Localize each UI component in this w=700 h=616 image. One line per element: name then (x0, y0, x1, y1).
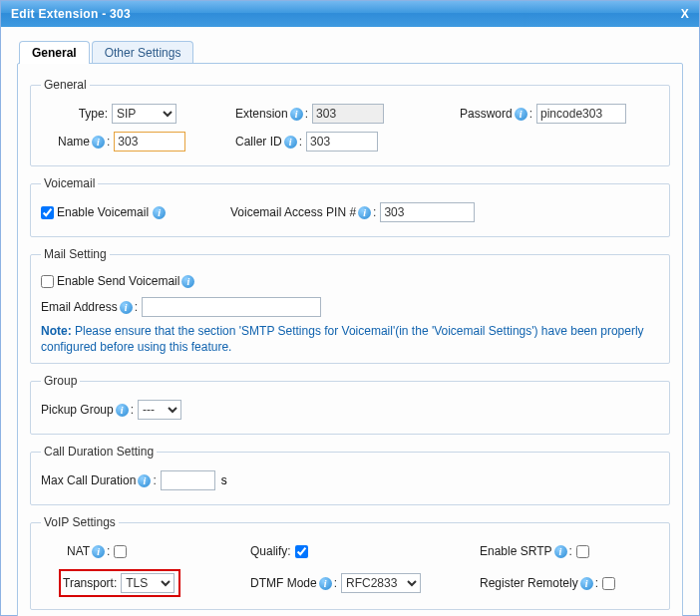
tab-strip: General Other Settings (19, 41, 683, 64)
enable-send-voicemail-checkbox[interactable] (41, 275, 54, 288)
edit-extension-window: Edit Extension - 303 X General Other Set… (0, 0, 700, 616)
fieldset-voip: VoIP Settings NAT i: Qualify: Enable SRT… (30, 515, 670, 610)
callerid-field[interactable] (306, 132, 378, 152)
extension-label: Extension (235, 107, 288, 121)
info-icon[interactable]: i (92, 136, 105, 149)
transport-highlight: Transport: TLS (59, 569, 180, 597)
info-icon[interactable]: i (515, 108, 527, 121)
name-label: Name (41, 135, 90, 149)
fieldset-mail: Mail Setting Enable Send Voicemail i Ema… (30, 247, 670, 364)
transport-select[interactable]: TLS (121, 573, 175, 593)
type-label: Type: (41, 107, 108, 121)
legend-call-duration: Call Duration Setting (41, 445, 157, 459)
info-icon[interactable]: i (358, 206, 371, 219)
qualify-checkbox[interactable] (295, 545, 308, 558)
vm-pin-label: Voicemail Access PIN # (230, 205, 356, 219)
close-icon[interactable]: X (681, 1, 689, 27)
tab-panel: General Type: SIP Extension i: Pass (17, 63, 683, 616)
type-select[interactable]: SIP (112, 104, 176, 124)
qualify-label: Qualify: (250, 544, 291, 558)
enable-voicemail-label: Enable Voicemail (57, 205, 149, 219)
dtmf-label: DTMF Mode (250, 576, 317, 590)
enable-voicemail-checkbox[interactable] (41, 206, 54, 219)
tab-general[interactable]: General (19, 41, 90, 64)
info-icon[interactable]: i (138, 474, 151, 487)
extension-field (312, 104, 384, 124)
max-call-duration-unit: s (221, 473, 227, 487)
srtp-label: Enable SRTP (480, 544, 552, 558)
nat-label: NAT (67, 544, 90, 558)
dtmf-select[interactable]: RFC2833 (341, 573, 421, 593)
info-icon[interactable]: i (554, 545, 567, 558)
fieldset-call-duration: Call Duration Setting Max Call Duration … (30, 445, 670, 505)
note-text: Please ensure that the section 'SMTP Set… (41, 324, 644, 354)
email-field[interactable] (142, 297, 321, 317)
email-label: Email Address (41, 300, 118, 314)
register-remotely-checkbox[interactable] (602, 577, 615, 590)
legend-mail: Mail Setting (41, 247, 110, 261)
fieldset-voicemail: Voicemail Enable Voicemail i Voicemail A… (30, 176, 670, 237)
info-icon[interactable]: i (319, 577, 332, 590)
max-call-duration-field[interactable] (161, 470, 215, 490)
password-field[interactable] (536, 104, 626, 124)
legend-voip: VoIP Settings (41, 515, 119, 529)
srtp-checkbox[interactable] (576, 545, 589, 558)
info-icon[interactable]: i (284, 136, 297, 149)
body-area: General Other Settings General Type: SIP… (1, 27, 699, 616)
info-icon[interactable]: i (181, 275, 194, 288)
info-icon[interactable]: i (580, 577, 593, 590)
fieldset-general: General Type: SIP Extension i: Pass (30, 78, 670, 166)
info-icon[interactable]: i (153, 206, 166, 219)
pickup-group-select[interactable]: --- (138, 400, 181, 420)
legend-general: General (41, 78, 90, 92)
info-icon[interactable]: i (116, 404, 129, 417)
titlebar: Edit Extension - 303 X (1, 1, 699, 27)
note-prefix: Note: (41, 324, 72, 338)
max-call-duration-label: Max Call Duration (41, 473, 136, 487)
mail-note: Note: Please ensure that the section 'SM… (41, 323, 659, 355)
tab-other-settings[interactable]: Other Settings (92, 41, 194, 64)
enable-send-voicemail-label: Enable Send Voicemail (57, 274, 179, 288)
pickup-group-label: Pickup Group (41, 403, 114, 417)
info-icon[interactable]: i (120, 301, 133, 314)
legend-group: Group (41, 374, 80, 388)
info-icon[interactable]: i (92, 545, 105, 558)
legend-voicemail: Voicemail (41, 176, 98, 190)
register-remotely-label: Register Remotely (480, 576, 578, 590)
info-icon[interactable]: i (290, 108, 303, 121)
vm-pin-field[interactable] (380, 202, 475, 222)
fieldset-group: Group Pickup Group i: --- (30, 374, 670, 435)
transport-label: Transport: (63, 576, 117, 590)
name-field[interactable] (114, 132, 185, 152)
callerid-label: Caller ID (235, 135, 282, 149)
nat-checkbox[interactable] (114, 545, 127, 558)
window-title: Edit Extension - 303 (11, 1, 131, 27)
password-label: Password (460, 107, 513, 121)
